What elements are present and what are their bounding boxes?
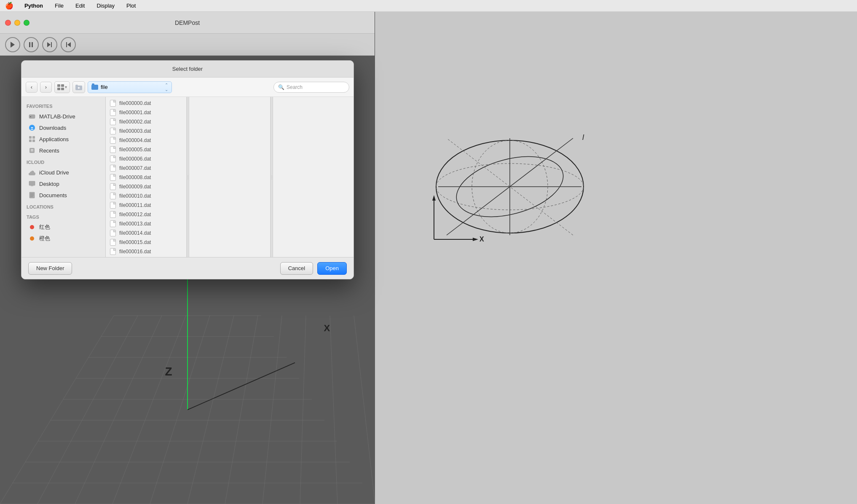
svg-text:l: l [582, 133, 584, 142]
sidebar-item-icloud-drive[interactable]: iCloud Drive [23, 167, 104, 178]
icloud-label: iCloud [21, 156, 105, 166]
menu-edit[interactable]: Edit [73, 2, 87, 10]
dialog-toolbar: ‹ › ▾ file [21, 78, 354, 97]
list-item[interactable]: file000010.dat [106, 191, 186, 201]
file-icon [110, 193, 116, 199]
file-icon [110, 109, 116, 116]
list-item[interactable]: file000009.dat [106, 182, 186, 191]
open-button[interactable]: Open [317, 262, 347, 275]
search-placeholder: Search [287, 84, 303, 90]
file-name: file000001.dat [119, 110, 151, 115]
list-item[interactable]: file000017.dat [106, 256, 186, 257]
list-item[interactable]: file000001.dat [106, 108, 186, 117]
svg-rect-44 [57, 84, 60, 87]
file-name: file000008.dat [119, 174, 151, 180]
menu-file[interactable]: File [52, 2, 66, 10]
forward-button[interactable]: › [40, 82, 52, 93]
sidebar-tag-red[interactable]: 红色 [23, 222, 104, 233]
sidebar-item-applications[interactable]: Applications [23, 134, 104, 145]
sidebar-item-label: Downloads [39, 125, 66, 131]
sidebar-item-label: Applications [39, 136, 69, 142]
file-name: file000002.dat [119, 119, 151, 125]
apple-menu[interactable]: 🍎 [5, 2, 13, 10]
location-name: file [101, 84, 108, 90]
list-item[interactable]: file000007.dat [106, 164, 186, 173]
file-name: file000013.dat [119, 221, 151, 227]
file-list-container: file000000.datfile000001.datfile000002.d… [106, 97, 354, 257]
file-name: file000006.dat [119, 156, 151, 162]
svg-marker-42 [473, 238, 478, 241]
svg-rect-55 [29, 136, 32, 139]
documents-icon [28, 191, 36, 199]
file-icon [110, 183, 116, 190]
svg-marker-40 [432, 195, 436, 201]
list-item[interactable]: file000002.dat [106, 117, 186, 126]
file-name: file000000.dat [119, 100, 151, 106]
tags-label: Tags [21, 211, 105, 221]
footer-right: Cancel Open [280, 262, 347, 275]
sidebar: Favorites MATLAB-Drive Downloads [21, 97, 106, 257]
list-item[interactable]: file000016.dat [106, 247, 186, 256]
sidebar-item-label: Desktop [39, 181, 59, 187]
locations-label: Locations [21, 201, 105, 211]
sidebar-item-matlab-drive[interactable]: MATLAB-Drive [23, 111, 104, 122]
favorites-label: Favorites [21, 100, 105, 110]
location-selector[interactable]: file ⌃⌄ [88, 81, 172, 93]
folder-icon [91, 85, 98, 90]
list-item[interactable]: file000006.dat [106, 154, 186, 164]
list-item[interactable]: file000003.dat [106, 126, 186, 136]
menu-python[interactable]: Python [22, 2, 46, 10]
file-icon [110, 202, 116, 209]
file-icon [110, 174, 116, 181]
new-folder-toolbar-button[interactable] [72, 81, 85, 93]
file-name: file000016.dat [119, 249, 151, 255]
dialog-footer: New Folder Cancel Open [21, 257, 354, 279]
sidebar-item-documents[interactable]: Documents [23, 190, 104, 201]
sidebar-tag-label: 红色 [39, 223, 50, 231]
file-icon [110, 155, 116, 162]
list-item[interactable]: file000005.dat [106, 145, 186, 154]
back-button[interactable]: ‹ [26, 82, 37, 93]
sidebar-item-downloads[interactable]: Downloads [23, 122, 104, 133]
file-name: file000012.dat [119, 212, 151, 217]
sidebar-item-desktop[interactable]: Desktop [23, 178, 104, 189]
list-item[interactable]: file000014.dat [106, 228, 186, 238]
dialog-body: Favorites MATLAB-Drive Downloads [21, 97, 354, 257]
file-name: file000015.dat [119, 239, 151, 245]
sidebar-item-recents[interactable]: Recents [23, 145, 104, 156]
list-item[interactable]: file000013.dat [106, 219, 186, 228]
search-box[interactable]: 🔍 Search [273, 82, 349, 93]
right-panel: l X [375, 12, 857, 504]
list-item[interactable]: file000015.dat [106, 238, 186, 247]
new-folder-button[interactable]: New Folder [28, 262, 72, 275]
file-icon [110, 248, 116, 255]
view-chevron: ▾ [65, 85, 67, 89]
downloads-icon [28, 124, 36, 131]
svg-rect-47 [61, 88, 64, 90]
applications-icon [28, 135, 36, 143]
list-item[interactable]: file000012.dat [106, 210, 186, 219]
file-list-pane[interactable]: file000000.datfile000001.datfile000002.d… [106, 97, 187, 257]
svg-rect-59 [29, 148, 35, 153]
menu-display[interactable]: Display [94, 2, 117, 10]
menu-plot[interactable]: Plot [124, 2, 138, 10]
file-list-pane-3 [273, 97, 354, 257]
view-toggle-button[interactable]: ▾ [54, 81, 70, 93]
list-item[interactable]: file000008.dat [106, 173, 186, 182]
svg-rect-57 [29, 139, 32, 142]
sidebar-item-label: Documents [39, 192, 67, 198]
file-icon [110, 118, 116, 125]
drive-icon [28, 113, 36, 120]
list-item[interactable]: file000000.dat [106, 99, 186, 108]
cancel-button[interactable]: Cancel [280, 262, 313, 275]
sidebar-tag-orange[interactable]: 橙色 [23, 233, 104, 244]
file-name: file000009.dat [119, 184, 151, 190]
svg-rect-62 [29, 181, 35, 185]
file-icon [110, 239, 116, 246]
file-name: file000003.dat [119, 128, 151, 134]
svg-rect-51 [30, 116, 31, 117]
list-item[interactable]: file000004.dat [106, 136, 186, 145]
location-chevron: ⌃⌄ [165, 83, 168, 92]
new-folder-icon [75, 84, 82, 90]
list-item[interactable]: file000011.dat [106, 201, 186, 210]
